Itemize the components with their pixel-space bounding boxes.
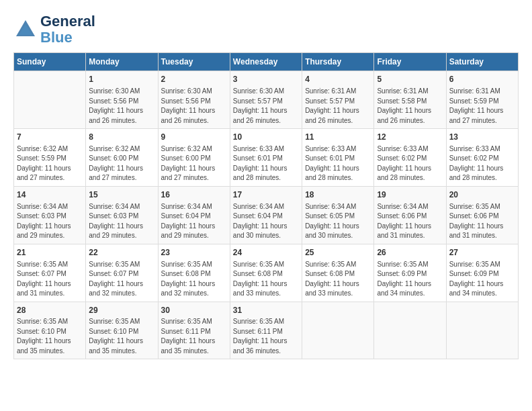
- weekday-header: Sunday: [14, 53, 86, 71]
- day-number: 31: [233, 305, 299, 316]
- day-number: 7: [17, 132, 83, 143]
- day-info: Sunrise: 6:35 AMSunset: 6:11 PMDaylight:…: [161, 317, 227, 356]
- day-info: Sunrise: 6:35 AMSunset: 6:10 PMDaylight:…: [89, 317, 154, 356]
- calendar-cell: 19Sunrise: 6:34 AMSunset: 6:06 PMDayligh…: [374, 186, 446, 244]
- day-number: 8: [89, 132, 154, 143]
- calendar-cell: 16Sunrise: 6:34 AMSunset: 6:04 PMDayligh…: [158, 186, 230, 244]
- calendar-cell: [374, 302, 446, 359]
- day-number: 9: [161, 132, 227, 143]
- day-number: 1: [89, 74, 154, 85]
- calendar-cell: 2Sunrise: 6:30 AMSunset: 5:56 PMDaylight…: [158, 71, 230, 129]
- day-info: Sunrise: 6:31 AMSunset: 5:57 PMDaylight:…: [305, 87, 371, 126]
- day-info: Sunrise: 6:35 AMSunset: 6:06 PMDaylight:…: [449, 202, 515, 241]
- day-info: Sunrise: 6:31 AMSunset: 5:59 PMDaylight:…: [449, 87, 515, 126]
- day-info: Sunrise: 6:35 AMSunset: 6:08 PMDaylight:…: [161, 260, 227, 299]
- day-info: Sunrise: 6:33 AMSunset: 6:02 PMDaylight:…: [377, 144, 443, 183]
- day-number: 15: [89, 189, 154, 201]
- calendar-cell: 31Sunrise: 6:35 AMSunset: 6:11 PMDayligh…: [230, 302, 302, 359]
- day-info: Sunrise: 6:34 AMSunset: 6:04 PMDaylight:…: [161, 202, 227, 241]
- day-info: Sunrise: 6:33 AMSunset: 6:01 PMDaylight:…: [233, 144, 299, 183]
- calendar-cell: 22Sunrise: 6:35 AMSunset: 6:07 PMDayligh…: [86, 244, 158, 302]
- day-number: 3: [233, 74, 299, 85]
- day-info: Sunrise: 6:34 AMSunset: 6:04 PMDaylight:…: [233, 202, 299, 241]
- day-number: 13: [449, 132, 515, 143]
- day-info: Sunrise: 6:32 AMSunset: 5:59 PMDaylight:…: [17, 144, 83, 183]
- day-number: 29: [89, 305, 154, 316]
- page-header: General Blue: [13, 13, 519, 46]
- day-info: Sunrise: 6:35 AMSunset: 6:08 PMDaylight:…: [233, 260, 299, 299]
- day-number: 24: [233, 247, 299, 259]
- day-info: Sunrise: 6:32 AMSunset: 6:00 PMDaylight:…: [161, 144, 227, 183]
- day-info: Sunrise: 6:30 AMSunset: 5:56 PMDaylight:…: [89, 87, 154, 126]
- day-info: Sunrise: 6:33 AMSunset: 6:02 PMDaylight:…: [449, 144, 515, 183]
- calendar-cell: 15Sunrise: 6:34 AMSunset: 6:03 PMDayligh…: [86, 186, 158, 244]
- weekday-header: Wednesday: [230, 53, 302, 71]
- day-number: 23: [161, 247, 227, 259]
- calendar-cell: 11Sunrise: 6:33 AMSunset: 6:01 PMDayligh…: [302, 129, 374, 187]
- calendar-cell: [14, 71, 86, 129]
- day-info: Sunrise: 6:35 AMSunset: 6:07 PMDaylight:…: [17, 260, 83, 299]
- day-number: 19: [377, 189, 443, 201]
- calendar-cell: 6Sunrise: 6:31 AMSunset: 5:59 PMDaylight…: [446, 71, 518, 129]
- weekday-header: Tuesday: [158, 53, 230, 71]
- day-info: Sunrise: 6:34 AMSunset: 6:06 PMDaylight:…: [377, 202, 443, 241]
- day-info: Sunrise: 6:35 AMSunset: 6:09 PMDaylight:…: [377, 260, 443, 299]
- day-number: 16: [161, 189, 227, 201]
- day-number: 27: [449, 247, 515, 259]
- day-number: 17: [233, 189, 299, 201]
- calendar-cell: 14Sunrise: 6:34 AMSunset: 6:03 PMDayligh…: [14, 186, 86, 244]
- day-number: 25: [305, 247, 371, 259]
- calendar-cell: 13Sunrise: 6:33 AMSunset: 6:02 PMDayligh…: [446, 129, 518, 187]
- day-number: 21: [17, 247, 83, 259]
- day-info: Sunrise: 6:31 AMSunset: 5:58 PMDaylight:…: [377, 87, 443, 126]
- calendar-cell: [446, 302, 518, 359]
- calendar-cell: 9Sunrise: 6:32 AMSunset: 6:00 PMDaylight…: [158, 129, 230, 187]
- calendar-cell: 28Sunrise: 6:35 AMSunset: 6:10 PMDayligh…: [14, 302, 86, 359]
- calendar-cell: 26Sunrise: 6:35 AMSunset: 6:09 PMDayligh…: [374, 244, 446, 302]
- calendar-cell: 1Sunrise: 6:30 AMSunset: 5:56 PMDaylight…: [86, 71, 158, 129]
- calendar-cell: 20Sunrise: 6:35 AMSunset: 6:06 PMDayligh…: [446, 186, 518, 244]
- calendar-cell: [302, 302, 374, 359]
- day-number: 2: [161, 74, 227, 85]
- calendar-table: SundayMondayTuesdayWednesdayThursdayFrid…: [13, 52, 519, 359]
- calendar-cell: 27Sunrise: 6:35 AMSunset: 6:09 PMDayligh…: [446, 244, 518, 302]
- day-info: Sunrise: 6:33 AMSunset: 6:01 PMDaylight:…: [305, 144, 371, 183]
- day-info: Sunrise: 6:30 AMSunset: 5:56 PMDaylight:…: [161, 87, 227, 126]
- day-info: Sunrise: 6:35 AMSunset: 6:10 PMDaylight:…: [17, 317, 83, 356]
- logo: General Blue: [13, 13, 95, 46]
- day-number: 20: [449, 189, 515, 201]
- calendar-cell: 12Sunrise: 6:33 AMSunset: 6:02 PMDayligh…: [374, 129, 446, 187]
- day-info: Sunrise: 6:35 AMSunset: 6:08 PMDaylight:…: [305, 260, 371, 299]
- calendar-cell: 17Sunrise: 6:34 AMSunset: 6:04 PMDayligh…: [230, 186, 302, 244]
- day-number: 11: [305, 132, 371, 143]
- logo-text: General Blue: [40, 13, 95, 46]
- calendar-cell: 10Sunrise: 6:33 AMSunset: 6:01 PMDayligh…: [230, 129, 302, 187]
- logo-icon: [13, 17, 38, 42]
- calendar-cell: 30Sunrise: 6:35 AMSunset: 6:11 PMDayligh…: [158, 302, 230, 359]
- calendar-cell: 18Sunrise: 6:34 AMSunset: 6:05 PMDayligh…: [302, 186, 374, 244]
- weekday-header: Friday: [374, 53, 446, 71]
- calendar-cell: 21Sunrise: 6:35 AMSunset: 6:07 PMDayligh…: [14, 244, 86, 302]
- day-info: Sunrise: 6:35 AMSunset: 6:07 PMDaylight:…: [89, 260, 154, 299]
- day-number: 10: [233, 132, 299, 143]
- calendar-week-row: 1Sunrise: 6:30 AMSunset: 5:56 PMDaylight…: [14, 71, 519, 129]
- calendar-cell: 7Sunrise: 6:32 AMSunset: 5:59 PMDaylight…: [14, 129, 86, 187]
- day-info: Sunrise: 6:34 AMSunset: 6:05 PMDaylight:…: [305, 202, 371, 241]
- day-number: 22: [89, 247, 154, 259]
- weekday-header: Saturday: [446, 53, 518, 71]
- day-info: Sunrise: 6:34 AMSunset: 6:03 PMDaylight:…: [17, 202, 83, 241]
- calendar-cell: 29Sunrise: 6:35 AMSunset: 6:10 PMDayligh…: [86, 302, 158, 359]
- calendar-cell: 24Sunrise: 6:35 AMSunset: 6:08 PMDayligh…: [230, 244, 302, 302]
- calendar-cell: 25Sunrise: 6:35 AMSunset: 6:08 PMDayligh…: [302, 244, 374, 302]
- day-number: 14: [17, 189, 83, 201]
- day-info: Sunrise: 6:30 AMSunset: 5:57 PMDaylight:…: [233, 87, 299, 126]
- day-number: 18: [305, 189, 371, 201]
- weekday-header: Thursday: [302, 53, 374, 71]
- day-info: Sunrise: 6:32 AMSunset: 6:00 PMDaylight:…: [89, 144, 154, 183]
- calendar-cell: 3Sunrise: 6:30 AMSunset: 5:57 PMDaylight…: [230, 71, 302, 129]
- calendar-week-row: 28Sunrise: 6:35 AMSunset: 6:10 PMDayligh…: [14, 302, 519, 359]
- day-number: 30: [161, 305, 227, 316]
- day-number: 5: [377, 74, 443, 85]
- calendar-cell: 5Sunrise: 6:31 AMSunset: 5:58 PMDaylight…: [374, 71, 446, 129]
- calendar-week-row: 7Sunrise: 6:32 AMSunset: 5:59 PMDaylight…: [14, 129, 519, 187]
